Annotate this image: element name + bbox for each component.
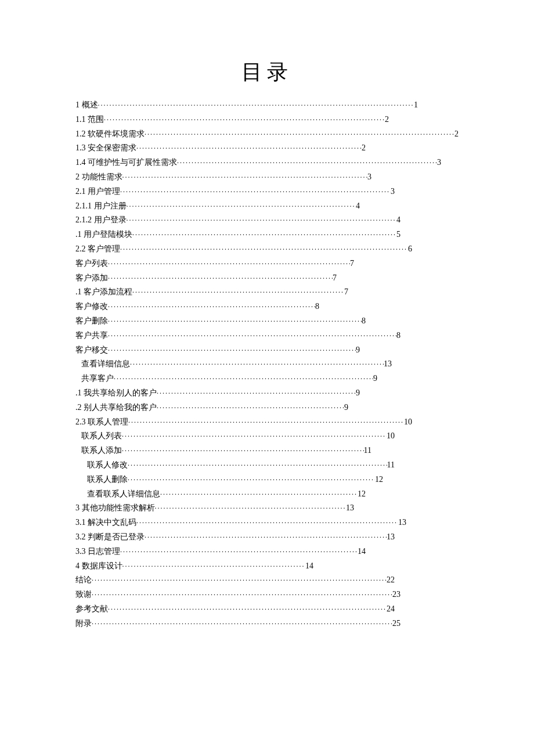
toc-entry-page: 11 xyxy=(387,458,395,472)
toc-entry: .1 客户添加流程·······························… xyxy=(75,285,348,299)
toc-entry-label: 客户共享 xyxy=(75,329,108,343)
toc-entry: 结论 ·····································… xyxy=(75,573,395,587)
toc-leader-dots: ········································… xyxy=(92,589,392,600)
toc-entry-label: 1.2 软硬件坏境需求 xyxy=(75,127,145,141)
toc-entry-label: 3 其他功能性需求解析 xyxy=(75,501,155,515)
toc-entry-page: 9 xyxy=(373,372,377,386)
toc-entry-page: 13 xyxy=(398,516,406,530)
toc-entry-label: 客户列表 xyxy=(75,257,108,271)
toc-entry-label: 附录 xyxy=(75,617,92,631)
toc-leader-dots: ········································… xyxy=(136,142,362,154)
toc-entry-page: 12 xyxy=(358,487,366,501)
toc-leader-dots: ········································… xyxy=(132,286,344,298)
toc-entry-page: 25 xyxy=(392,617,400,631)
toc-entry-page: 2 xyxy=(385,113,389,127)
toc-entry-label: .1 用户登陆模块 xyxy=(75,228,132,242)
toc-entry: 附录 ·····································… xyxy=(75,617,400,631)
toc-leader-dots: ········································… xyxy=(127,214,397,226)
toc-entry: 1.2 软硬件坏境需求·····························… xyxy=(75,127,459,141)
toc-entry-page: 13 xyxy=(346,501,354,515)
toc-leader-dots: ········································… xyxy=(130,358,384,370)
toc-leader-dots: ········································… xyxy=(128,416,404,428)
toc-leader-dots: ········································… xyxy=(145,531,387,543)
toc-entry: 查看联系人详细信息·······························… xyxy=(75,487,366,501)
toc-leader-dots: ········································… xyxy=(122,171,368,183)
toc-entry-page: 2 xyxy=(362,141,366,155)
toc-entry-page: 23 xyxy=(392,588,400,602)
toc-entry-page: 3 xyxy=(367,170,371,184)
toc-leader-dots: ········································… xyxy=(160,488,358,500)
toc-entry: 3.1 解决中文乱码······························… xyxy=(75,516,406,530)
toc-entry: 联系人修改···································… xyxy=(75,458,395,472)
toc-leader-dots: ········································… xyxy=(145,128,454,140)
toc-entry-page: 5 xyxy=(396,228,400,242)
toc-entry-label: 2.1.1 用户注册 xyxy=(75,199,127,213)
toc-entry-page: 14 xyxy=(358,545,366,559)
toc-leader-dots: ········································… xyxy=(108,330,396,341)
toc-leader-dots: ········································… xyxy=(108,344,356,356)
toc-entry-page: 7 xyxy=(344,285,348,299)
toc-leader-dots: ········································… xyxy=(157,387,356,399)
toc-entry-label: 3.1 解决中文乱码 xyxy=(75,516,136,530)
toc-leader-dots: ········································… xyxy=(108,301,315,312)
toc-entry: 客户添加····································… xyxy=(75,271,337,285)
toc-leader-dots: ········································… xyxy=(92,574,387,586)
toc-leader-dots: ········································… xyxy=(98,99,414,111)
toc-entry: 客户共享····································… xyxy=(75,329,400,343)
toc-entry-page: 9 xyxy=(356,343,360,357)
toc-leader-dots: ········································… xyxy=(157,402,344,413)
toc-entry-page: 8 xyxy=(362,314,366,328)
table-of-contents: 1 概述····································… xyxy=(75,98,459,630)
toc-entry-label: 2.1 用户管理 xyxy=(75,185,120,199)
toc-entry-label: 1.1 范围 xyxy=(75,113,104,127)
toc-entry-label: 1.3 安全保密需求 xyxy=(75,141,136,155)
toc-leader-dots: ········································… xyxy=(122,430,387,442)
toc-entry: 1 概述····································… xyxy=(75,98,418,112)
toc-leader-dots: ········································… xyxy=(120,546,358,557)
toc-entry-page: 4 xyxy=(396,213,400,227)
toc-entry: 2.2 客户管理································… xyxy=(75,242,412,256)
toc-leader-dots: ········································… xyxy=(92,618,392,629)
toc-entry-label: 结论 xyxy=(75,573,92,587)
toc-entry: 3.3 日志管理································… xyxy=(75,545,366,559)
toc-entry: 共享客户····································… xyxy=(75,372,377,386)
toc-entry: 客户删除····································… xyxy=(75,314,366,328)
toc-entry: .1 我共享给别人的客户····························… xyxy=(75,386,360,400)
toc-entry-page: 13 xyxy=(387,530,395,544)
toc-leader-dots: ········································… xyxy=(122,560,306,572)
toc-leader-dots: ········································… xyxy=(120,243,408,255)
toc-entry-label: 查看联系人详细信息 xyxy=(87,487,160,501)
toc-leader-dots: ········································… xyxy=(108,272,333,284)
toc-entry: .2 别人共享给我的客户····························… xyxy=(75,401,348,415)
toc-entry-label: 1 概述 xyxy=(75,98,98,112)
toc-entry: 客户修改····································… xyxy=(75,300,319,314)
toc-entry-page: 9 xyxy=(344,401,348,415)
toc-entry-page: 2 xyxy=(454,127,459,141)
toc-leader-dots: ········································… xyxy=(114,373,373,384)
toc-entry: 2.3 联系人管理·······························… xyxy=(75,415,412,429)
toc-entry-label: .1 我共享给别人的客户 xyxy=(75,386,157,400)
toc-entry-label: 联系人修改 xyxy=(87,458,128,472)
toc-leader-dots: ········································… xyxy=(128,474,375,485)
toc-entry: 4 数据库设计·································… xyxy=(75,559,313,573)
toc-entry-label: 联系人列表 xyxy=(81,429,122,443)
toc-entry-label: 2.3 联系人管理 xyxy=(75,415,128,429)
toc-entry-label: 2.1.2 用户登录 xyxy=(75,213,127,227)
toc-entry-page: 7 xyxy=(333,271,337,285)
toc-entry-page: 12 xyxy=(375,473,383,487)
toc-entry-label: 致谢 xyxy=(75,588,92,602)
toc-leader-dots: ········································… xyxy=(108,603,387,615)
toc-leader-dots: ········································… xyxy=(177,157,437,168)
toc-entry-page: 6 xyxy=(408,242,412,256)
toc-title: 目录 xyxy=(75,58,459,87)
toc-entry-page: 24 xyxy=(387,602,395,616)
toc-leader-dots: ········································… xyxy=(127,200,356,212)
toc-entry: 联系人添加···································… xyxy=(75,444,371,458)
toc-leader-dots: ········································… xyxy=(155,502,347,514)
toc-entry-label: 4 数据库设计 xyxy=(75,559,122,573)
toc-entry: 客户列表····································… xyxy=(75,257,354,271)
toc-entry-page: 10 xyxy=(404,415,412,429)
toc-entry-label: .1 客户添加流程 xyxy=(75,285,132,299)
toc-entry-page: 8 xyxy=(315,300,319,314)
toc-entry-page: 22 xyxy=(387,573,395,587)
